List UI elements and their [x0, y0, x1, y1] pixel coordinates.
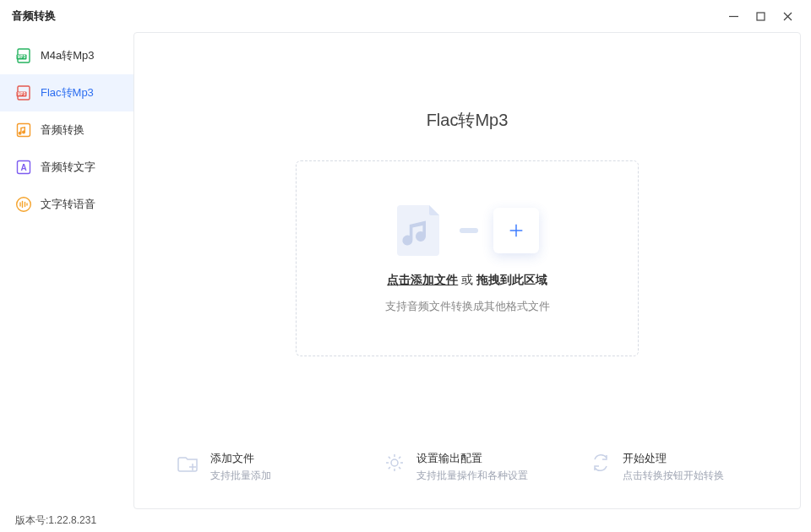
step-subtitle: 支持批量操作和各种设置 [416, 469, 528, 483]
drop-hint: 支持音频文件转换成其他格式文件 [385, 300, 550, 314]
step-subtitle: 支持批量添加 [210, 469, 271, 483]
refresh-icon [589, 451, 612, 475]
svg-text:A: A [20, 163, 26, 172]
version-text: 版本号:1.22.8.231 [15, 513, 96, 528]
sound-wave-icon [15, 196, 32, 213]
sidebar-item-text-to-speech[interactable]: 文字转语音 [0, 186, 133, 223]
page-title: Flac转Mp3 [134, 109, 800, 132]
drop-click-label: 点击添加文件 [387, 274, 458, 286]
maximize-icon[interactable] [748, 4, 772, 28]
sidebar-item-label: 文字转语音 [41, 197, 95, 212]
sidebar-item-label: M4a转Mp3 [41, 48, 95, 63]
titlebar: 音频转换 [0, 0, 811, 32]
sidebar: MP3 M4a转Mp3 MP3 Flac转Mp3 音频转换 A 音频转文字 [0, 32, 133, 509]
svg-rect-1 [757, 13, 765, 20]
step-start-process[interactable]: 开始处理 点击转换按钮开始转换 [589, 451, 775, 483]
music-file-icon [395, 204, 444, 258]
steps-row: 添加文件 支持批量添加 设置输出配置 支持批量操作和各种设置 开始处理 [177, 451, 775, 483]
gear-icon [383, 451, 406, 475]
sidebar-item-m4a-to-mp3[interactable]: MP3 M4a转Mp3 [0, 37, 133, 74]
sidebar-item-flac-to-mp3[interactable]: MP3 Flac转Mp3 [0, 74, 133, 111]
file-mp3-icon: MP3 [15, 47, 32, 64]
step-subtitle: 点击转换按钮开始转换 [623, 469, 724, 483]
step-output-settings[interactable]: 设置输出配置 支持批量操作和各种设置 [383, 451, 569, 483]
window-title: 音频转换 [12, 8, 721, 24]
step-title: 添加文件 [210, 451, 271, 466]
drop-text-line1: 点击添加文件 或 拖拽到此区域 [387, 273, 547, 288]
close-icon[interactable] [776, 4, 799, 28]
svg-point-13 [17, 198, 31, 212]
letter-a-icon: A [15, 159, 32, 176]
svg-point-22 [391, 459, 398, 466]
footer: 版本号:1.22.8.231 [0, 509, 811, 532]
drop-drag-label: 拖拽到此区域 [476, 274, 547, 286]
drop-or: 或 [458, 274, 476, 286]
music-note-icon [15, 122, 32, 138]
dash-icon [460, 228, 478, 233]
window-controls [721, 4, 799, 28]
step-add-files[interactable]: 添加文件 支持批量添加 [177, 451, 362, 483]
step-title: 开始处理 [623, 451, 724, 466]
sidebar-item-label: Flac转Mp3 [41, 85, 94, 100]
svg-text:MP3: MP3 [18, 55, 26, 59]
sidebar-item-audio-to-text[interactable]: A 音频转文字 [0, 149, 133, 186]
sidebar-item-label: 音频转文字 [41, 160, 95, 175]
sidebar-item-audio-convert[interactable]: 音频转换 [0, 111, 133, 149]
main-panel: Flac转Mp3 点击添加文件 或 拖拽到此区域 支持音频文件转换成其 [133, 32, 801, 509]
drop-illustration [395, 204, 539, 258]
sidebar-item-label: 音频转换 [41, 122, 84, 138]
step-title: 设置输出配置 [416, 451, 528, 466]
folder-add-icon [177, 451, 200, 475]
svg-text:MP3: MP3 [18, 92, 26, 96]
plus-icon [493, 208, 539, 253]
minimize-icon[interactable] [721, 4, 745, 28]
file-mp3-icon: MP3 [15, 84, 32, 101]
drop-zone[interactable]: 点击添加文件 或 拖拽到此区域 支持音频文件转换成其他格式文件 [296, 160, 639, 356]
